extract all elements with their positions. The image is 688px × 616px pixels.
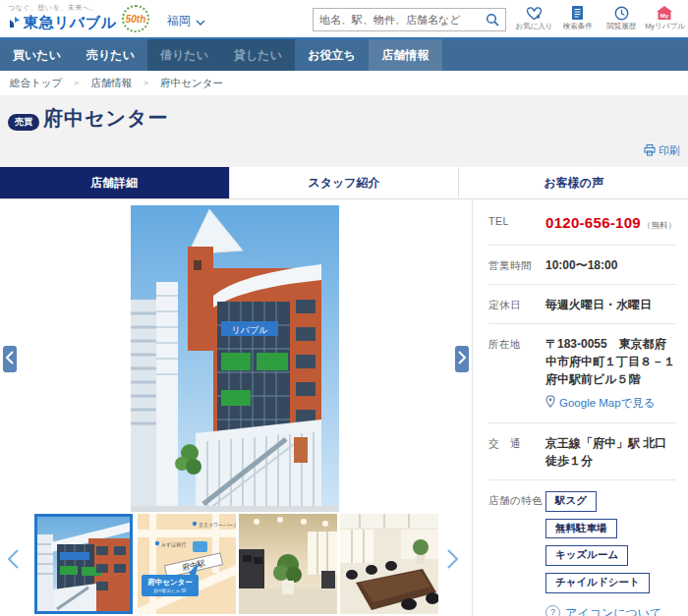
map-landmark-label: 京王タワーパーク: [199, 522, 236, 528]
map-callout-title: 府中センター: [146, 578, 193, 587]
search-box: [313, 8, 506, 31]
clock-icon: [614, 4, 629, 21]
thumbnail-strip: 府中駅 みずほ銀行 京王タワーパーク 府中センター 府中駅前ビル 5F: [0, 514, 472, 614]
heart-icon: [526, 4, 543, 21]
history-label: 閲覧履歴: [606, 22, 636, 31]
favorites-label: お気に入り: [515, 22, 552, 31]
access-label: 交 通: [488, 434, 545, 470]
tab-store-detail[interactable]: 店舗詳細: [0, 167, 230, 198]
history-button[interactable]: 閲覧履歴: [601, 4, 643, 31]
page-title-band: 売買 府中センター 印刷: [0, 95, 688, 167]
region-label: 福岡: [167, 13, 191, 29]
hours-label: 営業時間: [488, 256, 545, 274]
store-info-panel: TEL 0120-656-109（無料） 営業時間 10:00〜18:00 定休…: [472, 199, 688, 616]
logo-mark-icon: [8, 15, 21, 32]
my-home-icon: My: [656, 4, 673, 21]
chevron-down-icon: [196, 15, 205, 28]
store-tabs: 店舗詳細 スタッフ紹介 お客様の声: [0, 167, 688, 199]
svg-text:My: My: [660, 13, 669, 19]
region-selector[interactable]: 福岡: [167, 13, 205, 29]
nav-rent[interactable]: 借りたい: [147, 39, 221, 71]
thumbnail-office-interior[interactable]: [239, 514, 337, 614]
tel-row: TEL 0120-656-109（無料）: [488, 201, 676, 246]
building-sign-text: リバブル: [232, 325, 268, 335]
address-row: 所在地 〒183-0055 東京都府中市府中町１丁目８－１ 府中駅前ビル５階 G…: [488, 324, 676, 423]
print-label: 印刷: [659, 143, 680, 158]
search-input[interactable]: [314, 14, 486, 26]
holiday-value: 毎週火曜日・水曜日: [545, 296, 676, 313]
main-store-photo: リバブル: [131, 205, 339, 512]
nav-buy[interactable]: 買いたい: [0, 39, 74, 71]
tel-note: （無料）: [643, 220, 676, 230]
site-header: つなぐ、想いを、未来へ。 東急リバブル 50th 福岡 お気に入り 検索条件 閲…: [0, 0, 688, 39]
icon-help-link[interactable]: ? アイコンについて: [545, 604, 661, 616]
chevron-left-icon: [8, 549, 19, 573]
address-value: 〒183-0055 東京都府中市府中町１丁目８－１ 府中駅前ビル５階: [545, 337, 687, 386]
thumbnails-next-button[interactable]: [447, 549, 458, 573]
breadcrumb-store-info[interactable]: 店舗情報: [90, 77, 132, 90]
breadcrumb-separator: ＞: [72, 77, 81, 89]
store-detail-content: リバブル: [0, 199, 688, 616]
chevron-left-icon: [6, 351, 14, 368]
address-label: 所在地: [488, 335, 545, 413]
breadcrumb-current: 府中センター: [160, 77, 223, 90]
tab-staff[interactable]: スタッフ紹介: [230, 167, 460, 198]
header-quick-links: お気に入り 検索条件 閲覧履歴 My Myリバブル: [513, 4, 686, 31]
search-conditions-button[interactable]: 検索条件: [556, 4, 599, 31]
category-badge: 売買: [8, 114, 39, 131]
my-livable-button[interactable]: My Myリバブル: [644, 4, 686, 31]
feature-badge: 無料駐車場: [545, 519, 617, 539]
thumbnails-prev-button[interactable]: [8, 549, 19, 573]
document-icon: [571, 4, 584, 21]
access-value: 京王線「府中」駅 北口徒歩１分: [545, 434, 676, 470]
tel-number: 0120-656-109: [545, 214, 641, 231]
tab-customer-voice[interactable]: お客様の声: [459, 167, 688, 198]
gallery-next-button[interactable]: [455, 346, 469, 372]
question-mark-icon: ?: [545, 605, 560, 616]
logo-text: 東急リバブル: [24, 14, 116, 32]
anniversary-badge: 50th: [122, 5, 149, 32]
page-title: 府中センター: [43, 105, 168, 132]
chevron-right-icon: [458, 351, 466, 368]
features-label: 店舗の特色: [488, 491, 545, 616]
breadcrumb-separator: ＞: [142, 77, 150, 89]
hours-row: 営業時間 10:00〜18:00: [488, 246, 676, 285]
feature-badge: キッズルーム: [545, 545, 628, 566]
thumbnail-exterior[interactable]: [34, 514, 133, 614]
chevron-right-icon: [447, 549, 458, 573]
global-nav: 買いたい 売りたい 借りたい 貸したい お役立ち 店舗情報: [0, 39, 688, 71]
google-map-link[interactable]: Google Mapで見る: [545, 395, 676, 413]
feature-badge: 駅スグ: [545, 491, 597, 512]
print-button[interactable]: 印刷: [644, 143, 680, 158]
gallery-prev-button[interactable]: [3, 346, 17, 372]
map-pin-icon: [545, 395, 555, 413]
search-icon[interactable]: [486, 13, 499, 27]
breadcrumb: 総合トップ ＞ 店舗情報 ＞ 府中センター: [0, 71, 688, 95]
nav-lease[interactable]: 貸したい: [221, 39, 295, 71]
thumbnail-meeting-room[interactable]: [340, 514, 438, 614]
breadcrumb-home[interactable]: 総合トップ: [10, 77, 62, 90]
icon-help-label: アイコンについて: [565, 604, 661, 616]
nav-store-info[interactable]: 店舗情報: [369, 39, 442, 71]
site-logo[interactable]: つなぐ、想いを、未来へ。 東急リバブル: [8, 3, 116, 32]
holiday-label: 定休日: [488, 296, 545, 313]
search-conditions-label: 検索条件: [563, 22, 593, 31]
google-map-link-label: Google Mapで見る: [559, 395, 656, 412]
nav-useful[interactable]: お役立ち: [295, 39, 369, 71]
my-livable-label: Myリバブル: [645, 22, 685, 31]
hours-value: 10:00〜18:00: [545, 256, 676, 274]
map-callout-sub: 府中駅前ビル 5F: [153, 588, 187, 593]
map-landmark-label: みずほ銀行: [161, 541, 186, 548]
thumbnail-map[interactable]: 府中駅 みずほ銀行 京王タワーパーク 府中センター 府中駅前ビル 5F: [138, 514, 236, 614]
logo-tagline: つなぐ、想いを、未来へ。: [8, 3, 116, 13]
tel-label: TEL: [488, 212, 545, 235]
printer-icon: [644, 144, 656, 158]
holiday-row: 定休日 毎週火曜日・水曜日: [488, 285, 676, 324]
features-row: 店舗の特色 駅スグ 無料駐車場 キッズルーム チャイルドシート ? アイコンにつ…: [488, 480, 676, 616]
access-row: 交 通 京王線「府中」駅 北口徒歩１分: [488, 423, 676, 480]
favorites-button[interactable]: お気に入り: [513, 4, 555, 31]
nav-sell[interactable]: 売りたい: [74, 39, 147, 71]
feature-badge: チャイルドシート: [545, 573, 650, 593]
